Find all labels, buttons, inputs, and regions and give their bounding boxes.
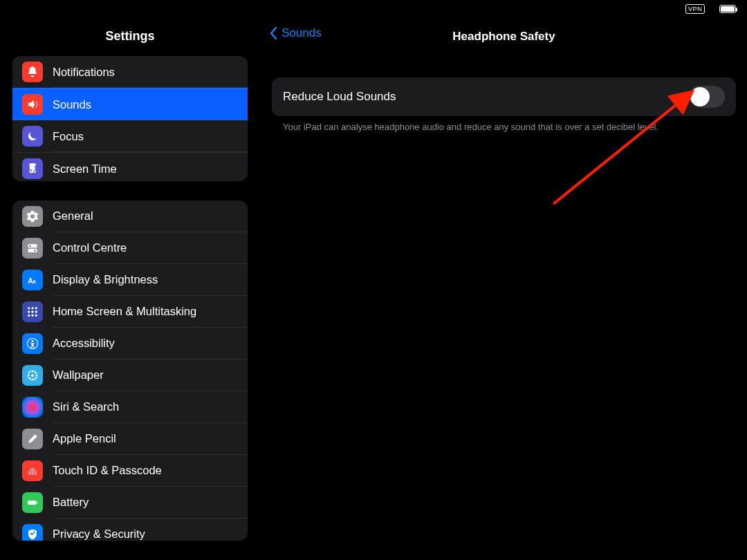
sidebar-item-label: Home Screen & Multitasking (53, 305, 196, 318)
focus-icon (22, 126, 43, 147)
toggle-label: Reduce Loud Sounds (283, 90, 396, 104)
sidebar-item-general[interactable]: General (12, 200, 248, 232)
svg-point-28 (35, 377, 36, 379)
sidebar-item-label: Notifications (53, 66, 115, 79)
sidebar-item-accessibility[interactable]: Accessibility (12, 328, 248, 360)
sidebar-item-wallpaper[interactable]: Wallpaper (12, 360, 248, 391)
sidebar-item-label: General (53, 209, 93, 223)
sidebar-item-display[interactable]: AA Display & Brightness (12, 264, 248, 296)
siri-icon (22, 397, 43, 418)
sidebar-item-label: Control Centre (53, 241, 127, 254)
reduce-loud-sounds-toggle[interactable] (689, 86, 725, 108)
svg-point-5 (34, 250, 36, 252)
svg-rect-10 (35, 307, 37, 309)
reduce-loud-sounds-row[interactable]: Reduce Loud Sounds (272, 77, 736, 116)
sidebar-item-touchid[interactable]: Touch ID & Passcode (12, 455, 248, 487)
sidebar-item-label: Battery (53, 496, 89, 509)
sidebar-item-homescreen[interactable]: Home Screen & Multitasking (12, 296, 248, 328)
controlcentre-icon (22, 238, 43, 259)
back-button[interactable]: Sounds (269, 26, 322, 40)
settings-sidebar: Settings Notifications Sounds Focu (0, 0, 260, 560)
sidebar-item-label: Screen Time (53, 162, 117, 176)
display-icon: AA (22, 270, 43, 290)
sidebar-group-2: General Control Centre AA Display & Brig… (12, 200, 248, 541)
svg-rect-13 (35, 310, 37, 312)
sidebar-item-controlcentre[interactable]: Control Centre (12, 232, 248, 264)
svg-point-22 (32, 378, 33, 380)
svg-point-27 (29, 377, 30, 379)
svg-point-25 (29, 372, 30, 373)
sidebar-item-label: Apple Pencil (53, 432, 116, 445)
sidebar-item-label: Accessibility (53, 337, 115, 350)
toggle-knob (690, 87, 710, 106)
touchid-icon (22, 460, 43, 481)
homescreen-icon (22, 301, 43, 322)
svg-point-24 (35, 375, 37, 376)
notifications-icon (22, 62, 43, 82)
screentime-icon (22, 158, 43, 179)
svg-text:A: A (33, 278, 37, 284)
svg-rect-15 (32, 315, 34, 317)
sidebar-item-siri[interactable]: Siri & Search (12, 391, 248, 423)
sidebar-title: Settings (0, 21, 260, 56)
sounds-icon (22, 94, 43, 115)
sidebar-group-1: Notifications Sounds Focus Sc (12, 56, 248, 181)
sidebar-item-battery[interactable]: Battery (12, 487, 248, 519)
general-icon (22, 206, 43, 227)
svg-rect-8 (28, 307, 30, 309)
privacy-icon (22, 524, 43, 541)
sidebar-item-pencil[interactable]: Apple Pencil (12, 423, 248, 455)
sidebar-item-privacy[interactable]: Privacy & Security (12, 519, 248, 541)
sidebar-item-label: Focus (53, 130, 84, 143)
svg-point-18 (32, 340, 34, 342)
svg-rect-11 (28, 310, 30, 312)
sidebar-item-notifications[interactable]: Notifications (12, 56, 248, 88)
svg-point-26 (35, 372, 36, 373)
svg-rect-14 (28, 315, 30, 317)
chevron-left-icon (269, 26, 279, 40)
svg-rect-30 (37, 501, 38, 503)
sidebar-item-label: Privacy & Security (53, 528, 145, 541)
sidebar-item-label: Sounds (53, 98, 91, 111)
detail-pane: Sounds Headphone Safety Reduce Loud Soun… (260, 0, 747, 560)
sidebar-item-label: Wallpaper (53, 368, 104, 382)
pencil-icon (22, 429, 43, 449)
detail-header: Sounds Headphone Safety (261, 21, 747, 53)
svg-rect-9 (32, 307, 34, 309)
sidebar-item-label: Siri & Search (53, 400, 119, 413)
svg-point-20 (31, 374, 34, 377)
sidebar-item-screentime[interactable]: Screen Time (12, 152, 248, 181)
sidebar-item-label: Display & Brightness (53, 273, 158, 286)
svg-point-21 (32, 371, 33, 373)
detail-group: Reduce Loud Sounds (272, 77, 736, 116)
svg-rect-12 (32, 310, 34, 312)
svg-point-4 (29, 245, 31, 247)
accessibility-icon (22, 333, 43, 354)
svg-rect-16 (35, 315, 37, 317)
svg-rect-29 (28, 501, 36, 505)
battery-setting-icon (22, 492, 43, 513)
sidebar-item-label: Touch ID & Passcode (53, 464, 162, 477)
sidebar-item-focus[interactable]: Focus (12, 120, 248, 152)
wallpaper-icon (22, 365, 43, 386)
detail-title: Headphone Safety (452, 30, 555, 44)
sidebar-item-sounds[interactable]: Sounds (12, 88, 248, 120)
svg-point-23 (28, 375, 30, 376)
detail-footer-text: Your iPad can analyse headphone audio an… (272, 116, 736, 132)
back-button-label: Sounds (282, 26, 322, 40)
